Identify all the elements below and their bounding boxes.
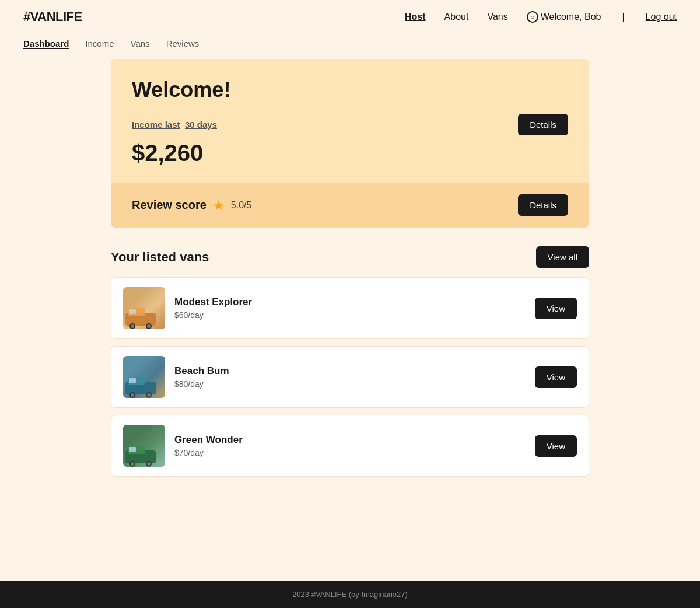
svg-point-4 xyxy=(131,324,134,328)
logout-link[interactable]: Log out xyxy=(646,12,677,22)
vans-header: Your listed vans View all xyxy=(111,246,589,268)
logo: #VANLIFE xyxy=(23,9,82,25)
income-details-button[interactable]: Details xyxy=(518,114,568,135)
svg-point-13 xyxy=(147,393,150,397)
review-section: Review score ★ 5.0/5 Details xyxy=(111,183,589,228)
van-name-beach-bum: Beach Bum xyxy=(174,365,526,377)
review-score: 5.0/5 xyxy=(231,200,252,211)
view-button-beach-bum[interactable]: View xyxy=(535,366,577,388)
van-name-green-wonder: Green Wonder xyxy=(174,434,526,446)
footer: 2023 #VANLIFE (by Imaginario27) xyxy=(0,581,700,608)
review-left: Review score ★ 5.0/5 xyxy=(132,197,251,214)
review-label: Review score xyxy=(132,198,206,212)
user-icon: ○ xyxy=(527,11,538,23)
van-card-modest-explorer: Modest Explorer $60/day View xyxy=(111,277,589,339)
van-thumbnail-modest-explorer xyxy=(123,287,165,329)
welcome-text: Welcome, Bob xyxy=(541,12,601,22)
svg-rect-9 xyxy=(129,378,136,383)
star-icon: ★ xyxy=(212,197,225,214)
van-name-modest-explorer: Modest Explorer xyxy=(174,296,526,308)
welcome-title: Welcome! xyxy=(132,78,568,102)
view-button-green-wonder[interactable]: View xyxy=(535,435,577,457)
income-label: Income last 30 days xyxy=(132,120,217,130)
subnav-income[interactable]: Income xyxy=(85,39,114,50)
svg-point-6 xyxy=(147,324,150,328)
income-amount: $2,260 xyxy=(132,140,568,166)
van-info-beach-bum: Beach Bum $80/day xyxy=(174,365,526,389)
subnav-reviews[interactable]: Reviews xyxy=(166,39,200,50)
vans-title: Your listed vans xyxy=(111,250,209,265)
van-card-beach-bum: Beach Bum $80/day View xyxy=(111,346,589,408)
subnav-vans[interactable]: Vans xyxy=(131,39,150,50)
van-info-modest-explorer: Modest Explorer $60/day xyxy=(174,296,526,320)
footer-text: 2023 #VANLIFE (by Imaginario27) xyxy=(292,590,408,599)
van-thumbnail-beach-bum xyxy=(123,356,165,398)
income-label-link[interactable]: 30 days xyxy=(185,120,217,130)
main-nav: Host About Vans ○ Welcome, Bob | Log out xyxy=(405,11,677,23)
svg-rect-2 xyxy=(129,309,136,314)
van-card-green-wonder: Green Wonder $70/day View xyxy=(111,415,589,477)
review-details-button[interactable]: Details xyxy=(518,194,568,216)
svg-point-20 xyxy=(147,462,150,466)
nav-vans[interactable]: Vans xyxy=(487,12,508,22)
van-price-modest-explorer: $60/day xyxy=(174,310,526,320)
nav-about[interactable]: About xyxy=(444,12,469,22)
nav-user: ○ Welcome, Bob xyxy=(527,11,601,23)
svg-point-11 xyxy=(131,393,134,397)
sub-nav: Dashboard Income Vans Reviews xyxy=(0,34,700,59)
main-content: Welcome! Income last 30 days Details $2,… xyxy=(88,59,612,581)
van-thumbnail-green-wonder xyxy=(123,425,165,467)
svg-rect-16 xyxy=(129,447,136,452)
welcome-card: Welcome! Income last 30 days Details $2,… xyxy=(111,59,589,228)
pipe-separator: | xyxy=(622,12,624,22)
van-info-green-wonder: Green Wonder $70/day xyxy=(174,434,526,457)
van-price-green-wonder: $70/day xyxy=(174,448,526,457)
vans-section: Your listed vans View all Modest Explore… xyxy=(111,246,589,477)
svg-point-18 xyxy=(131,462,134,466)
subnav-dashboard[interactable]: Dashboard xyxy=(23,39,69,50)
income-label-prefix: Income last xyxy=(132,120,180,130)
header: #VANLIFE Host About Vans ○ Welcome, Bob … xyxy=(0,0,700,34)
view-button-modest-explorer[interactable]: View xyxy=(535,298,577,319)
nav-host[interactable]: Host xyxy=(405,12,426,22)
van-price-beach-bum: $80/day xyxy=(174,379,526,389)
view-all-button[interactable]: View all xyxy=(536,246,589,268)
income-section: Income last 30 days Details xyxy=(132,114,568,135)
